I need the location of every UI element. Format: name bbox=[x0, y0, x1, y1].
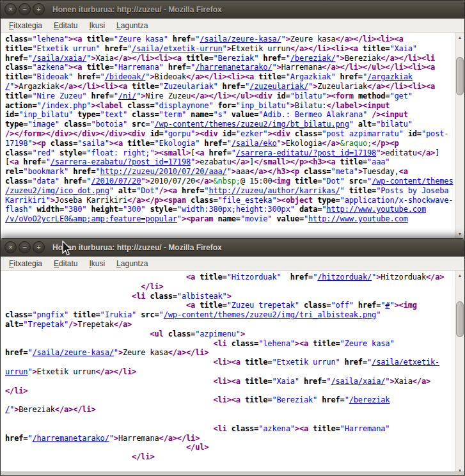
source-line: /">Bereziak</a></li> bbox=[5, 405, 455, 415]
source-line: flash" width="380" height="300" style="w… bbox=[5, 205, 455, 214]
scrollbar-track[interactable] bbox=[455, 42, 464, 229]
source-link[interactable]: /ni/ bbox=[118, 91, 136, 100]
source-link[interactable]: /saila/zeure-kasa/ bbox=[32, 348, 113, 357]
maximize-button[interactable]: + bbox=[33, 241, 45, 253]
menu-laguntza[interactable]: Laguntza bbox=[111, 20, 154, 31]
firefox-view-source-window-bottom: ×−+ Honen iturburua: http://zuzeu/ - Moz… bbox=[0, 238, 465, 476]
source-link[interactable]: /saila/zeure-kasa/ bbox=[200, 35, 281, 44]
source-line bbox=[5, 415, 455, 424]
source-line: href="/saila/zeure-kasa/">Zeure kasa</a>… bbox=[5, 348, 455, 358]
vertical-scrollbar[interactable]: ▲ ▼ bbox=[455, 271, 464, 475]
source-token: href= bbox=[59, 177, 86, 186]
menu-ikusi[interactable]: Ikusi bbox=[83, 20, 111, 31]
source-link[interactable]: /argazkiak bbox=[367, 72, 413, 81]
source-token: href= bbox=[5, 348, 28, 357]
source-token: </a></li><li><a bbox=[290, 44, 363, 53]
minimize-button[interactable]: − bbox=[19, 3, 31, 15]
scrollbar-track[interactable] bbox=[455, 280, 464, 466]
source-link[interactable]: /zuzeu2/img/ico_dot.png bbox=[5, 186, 109, 195]
source-token: class= bbox=[5, 35, 32, 44]
source-link[interactable]: /sarrera-editatu/?post_id=17198 bbox=[236, 148, 376, 157]
source-line: id="inp_bilatu" type="text" class="term"… bbox=[5, 110, 455, 120]
source-token: " bbox=[159, 310, 164, 319]
source-token: ><div bbox=[267, 129, 294, 138]
source-token: title= bbox=[186, 54, 213, 63]
scrollbar-thumb[interactable] bbox=[456, 57, 464, 95]
source-token: Harremana bbox=[281, 63, 322, 72]
scroll-down-icon[interactable]: ▼ bbox=[455, 229, 464, 238]
source-token: </a> bbox=[322, 139, 340, 148]
source-token: href= bbox=[336, 72, 363, 81]
scroll-up-icon[interactable]: ▲ bbox=[455, 33, 464, 42]
menu-laguntza[interactable]: Laguntza bbox=[111, 258, 154, 269]
source-token: "azkena" bbox=[258, 424, 295, 433]
scrollbar-thumb[interactable] bbox=[456, 301, 464, 337]
source-token: </a></li><li><a bbox=[367, 82, 435, 91]
source-link[interactable]: /hitzorduak/ bbox=[317, 273, 372, 282]
source-link[interactable]: /sarrera-ezabatu/?post_id=17198 bbox=[51, 157, 191, 166]
source-view: <a title="Hitzorduak" href="/hitzorduak/… bbox=[1, 271, 464, 475]
menu-fitxategia[interactable]: Fitxategia bbox=[3, 20, 48, 31]
titlebar[interactable]: ×−+ Honen iturburua: http://zuzeu/ - Moz… bbox=[1, 239, 464, 257]
source-link[interactable]: http://www.youtube.com bbox=[326, 205, 426, 214]
source-link[interactable]: /bereziak bbox=[349, 395, 390, 404]
source-link[interactable]: /saila/xaia/ bbox=[331, 377, 385, 386]
maximize-button[interactable]: + bbox=[33, 3, 45, 15]
source-token: "red" bbox=[32, 148, 54, 157]
source-link[interactable]: /wp-content/themes bbox=[372, 177, 453, 186]
source-link[interactable]: http://zuzeu/2010/07/20/aaa/ bbox=[100, 167, 227, 176]
source-link[interactable]: /bideoak/ bbox=[105, 72, 146, 81]
minimize-button[interactable]: − bbox=[19, 241, 31, 253]
source-token: for= bbox=[213, 101, 235, 110]
source-token: "pngfix" bbox=[32, 310, 68, 319]
source-link[interactable]: /bereziak/ bbox=[290, 54, 336, 63]
source-link[interactable]: /wp-content/themes/zuzeu2/img/tri_albist… bbox=[164, 310, 377, 319]
source-link[interactable]: /zuzeulariak/ bbox=[249, 82, 308, 91]
source-link[interactable]: /wp-content/themes/zuzeu2/img/bt_bilatu.… bbox=[155, 120, 349, 129]
source-link[interactable]: /saila/etxetik-urrun bbox=[132, 44, 223, 53]
source-link[interactable]: http://zuzeu/author/karrikas/ bbox=[209, 186, 340, 195]
source-token: Xaia bbox=[96, 54, 114, 63]
source-link[interactable]: /harremanetarako/ bbox=[32, 434, 109, 443]
source-token: Karrikiri" bbox=[5, 196, 51, 205]
close-button[interactable]: × bbox=[4, 241, 17, 253]
menu-editatu[interactable]: Editatu bbox=[48, 258, 83, 269]
source-token: "movie" bbox=[240, 214, 272, 223]
source-link[interactable]: urrun bbox=[5, 367, 28, 376]
source-token: </a></h3><p bbox=[249, 167, 304, 176]
source-line: <li class="lehena"><a title="Zeure kasa" bbox=[5, 339, 455, 349]
source-token: class= bbox=[232, 424, 258, 433]
titlebar[interactable]: ×−+ Honen iturburua: http://zuzeu/ - Moz… bbox=[1, 1, 464, 19]
source-token: <li bbox=[213, 339, 231, 348]
source-token: </a></li><li><a bbox=[186, 72, 258, 81]
source-token: ] bbox=[435, 148, 439, 157]
source-token: "ezker" bbox=[236, 129, 268, 138]
source-token: "Trepetak" bbox=[23, 320, 68, 329]
source-token: class= bbox=[299, 301, 331, 310]
source-link[interactable]: /saila/eko bbox=[232, 139, 277, 148]
source-line: <a title="Hitzorduak" href="/hitzorduak/… bbox=[5, 273, 455, 282]
menu-fitxategia[interactable]: Fitxategia bbox=[3, 258, 48, 269]
source-line: </li> bbox=[5, 282, 455, 292]
source-link[interactable]: http://www.youtube.com bbox=[308, 214, 408, 223]
source-token: "post azpimarratu" bbox=[322, 129, 403, 138]
source-link[interactable]: /v/oVoO2ycrLE0&amp;amp;feature=popular bbox=[5, 214, 177, 223]
vertical-scrollbar[interactable]: ▲ ▼ bbox=[455, 33, 464, 238]
source-line: 17198"><p class="saila"><a title="Ekolog… bbox=[5, 139, 455, 148]
source-token: " bbox=[349, 120, 354, 129]
source-link[interactable]: /saila/xaia/ bbox=[32, 54, 86, 63]
source-token: "Zeure kasa" bbox=[114, 35, 168, 44]
menu-ikusi[interactable]: Ikusi bbox=[83, 258, 111, 269]
scroll-up-icon[interactable]: ▲ bbox=[455, 271, 464, 280]
menu-editatu[interactable]: Editatu bbox=[48, 20, 83, 31]
source-token: > bbox=[91, 54, 95, 63]
source-token: "inp_bilatu" bbox=[236, 101, 290, 110]
source-link[interactable]: /saila/etxetik- bbox=[372, 358, 439, 367]
source-token: " bbox=[345, 395, 349, 404]
window-resize-edge[interactable] bbox=[1, 472, 464, 475]
source-token: class= bbox=[304, 167, 331, 176]
source-link[interactable]: /harremanetarako/ bbox=[195, 63, 272, 72]
source-token: " bbox=[150, 120, 154, 129]
source-link[interactable]: /2010/07/20 bbox=[91, 177, 141, 186]
close-button[interactable]: × bbox=[4, 3, 17, 15]
